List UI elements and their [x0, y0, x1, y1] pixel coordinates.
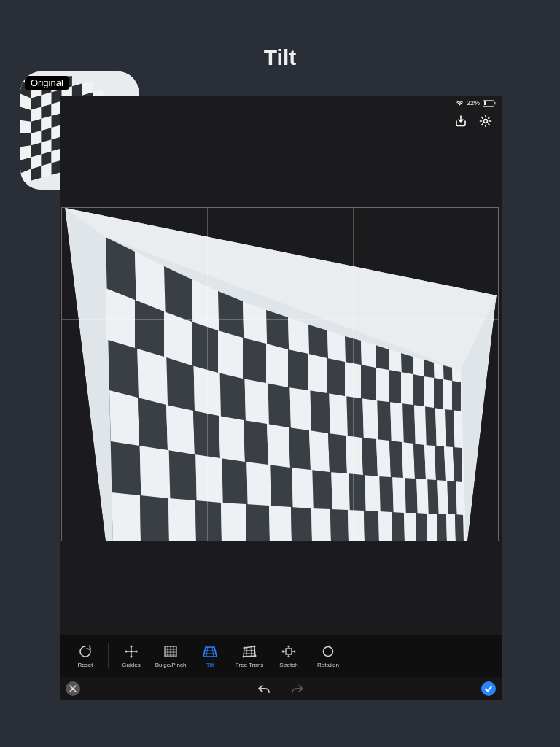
svg-point-175 — [254, 654, 257, 657]
undo-icon — [257, 684, 271, 694]
bulge-pinch-label: Bulge/Pinch — [155, 662, 187, 668]
top-actions — [60, 108, 502, 130]
svg-marker-108 — [266, 344, 288, 387]
toolbar: Reset Guides Bulge/Pinch Tilt Free — [60, 635, 502, 677]
svg-marker-128 — [267, 424, 290, 468]
photo-frame[interactable] — [61, 207, 499, 541]
toolbar-separator — [108, 643, 109, 668]
svg-point-166 — [135, 650, 137, 652]
svg-marker-143 — [140, 495, 169, 541]
status-bar: 22% — [60, 98, 502, 108]
svg-marker-126 — [219, 416, 245, 462]
confirm-button[interactable] — [481, 681, 496, 696]
svg-marker-117 — [413, 374, 424, 406]
svg-marker-35 — [20, 133, 31, 147]
svg-point-169 — [130, 650, 132, 652]
svg-marker-139 — [435, 446, 446, 481]
svg-marker-124 — [166, 405, 195, 454]
bottom-bar — [60, 677, 502, 700]
editor-panel: 22% — [60, 96, 502, 700]
close-icon — [69, 685, 77, 692]
guides-icon — [122, 644, 140, 659]
reset-label: Reset — [78, 662, 93, 668]
svg-marker-140 — [444, 446, 454, 481]
svg-marker-125 — [193, 411, 220, 458]
rotation-icon — [319, 644, 337, 659]
undo-redo — [257, 684, 305, 694]
svg-marker-157 — [416, 513, 427, 541]
svg-marker-106 — [218, 330, 243, 379]
svg-marker-146 — [221, 503, 246, 541]
svg-marker-116 — [401, 372, 413, 405]
svg-point-167 — [130, 645, 132, 647]
svg-marker-148 — [269, 506, 292, 541]
stretch-label: Stretch — [279, 662, 298, 668]
svg-marker-105 — [192, 322, 218, 373]
svg-marker-158 — [427, 514, 438, 541]
redo-button[interactable] — [290, 684, 305, 694]
svg-marker-122 — [109, 390, 139, 446]
close-button[interactable] — [66, 681, 80, 696]
svg-marker-121 — [452, 381, 461, 411]
svg-marker-107 — [243, 338, 266, 383]
redo-icon — [290, 684, 305, 694]
svg-marker-115 — [389, 370, 401, 403]
svg-marker-149 — [291, 507, 312, 541]
svg-marker-133 — [362, 438, 378, 476]
guides-tool[interactable]: Guides — [112, 644, 151, 668]
rotation-tool[interactable]: Rotation — [308, 644, 348, 668]
svg-marker-111 — [327, 358, 345, 396]
svg-point-174 — [254, 645, 256, 647]
page-title: Tilt — [0, 45, 560, 70]
svg-marker-109 — [288, 349, 308, 390]
guides-label: Guides — [122, 662, 140, 668]
svg-marker-127 — [244, 420, 268, 465]
tilt-label: Tilt — [206, 662, 214, 668]
svg-point-178 — [324, 646, 333, 656]
battery-icon — [483, 100, 496, 107]
svg-marker-114 — [376, 368, 389, 402]
reset-tool[interactable]: Reset — [66, 644, 105, 668]
tilt-icon — [201, 644, 219, 659]
svg-marker-123 — [138, 398, 168, 450]
svg-marker-159 — [437, 514, 447, 541]
canvas-area[interactable] — [60, 130, 502, 635]
bulge-pinch-icon — [162, 644, 179, 659]
svg-marker-113 — [361, 365, 376, 400]
undo-button[interactable] — [257, 684, 271, 694]
original-label: Original — [25, 76, 69, 90]
check-icon — [484, 684, 493, 693]
svg-marker-134 — [376, 439, 391, 477]
svg-point-168 — [130, 655, 132, 657]
svg-marker-155 — [392, 512, 405, 541]
tilt-tool[interactable]: Tilt — [190, 644, 230, 668]
svg-marker-112 — [345, 362, 361, 398]
stretch-tool[interactable]: Stretch — [269, 644, 308, 668]
svg-marker-130 — [309, 430, 330, 472]
reset-icon — [77, 644, 94, 659]
svg-marker-110 — [308, 354, 327, 393]
svg-marker-144 — [168, 498, 196, 541]
tilted-photo — [62, 208, 498, 541]
bulge-pinch-tool[interactable]: Bulge/Pinch — [151, 644, 190, 668]
svg-marker-142 — [112, 492, 141, 541]
svg-point-77 — [484, 120, 488, 123]
battery-percentage: 22% — [467, 99, 480, 107]
svg-marker-156 — [404, 513, 416, 541]
settings-button[interactable] — [478, 114, 493, 128]
stretch-icon — [280, 644, 298, 659]
svg-point-173 — [244, 646, 246, 649]
svg-marker-150 — [311, 508, 331, 541]
svg-marker-137 — [413, 444, 426, 479]
rotation-label: Rotation — [317, 662, 339, 668]
svg-rect-75 — [484, 101, 486, 105]
svg-marker-153 — [364, 511, 379, 541]
svg-marker-147 — [246, 504, 270, 541]
free-trans-tool[interactable]: Free Trans — [230, 644, 269, 668]
svg-rect-76 — [494, 101, 496, 104]
download-button[interactable] — [454, 114, 468, 128]
svg-marker-152 — [348, 510, 365, 541]
svg-marker-135 — [389, 441, 403, 478]
svg-marker-141 — [453, 447, 462, 482]
svg-marker-132 — [346, 436, 363, 475]
